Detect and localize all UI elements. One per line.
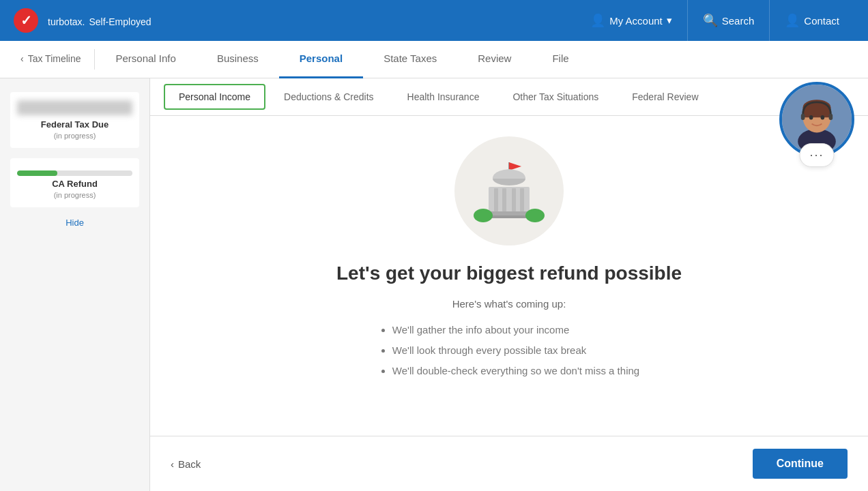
sub-tab-personal-income[interactable]: Personal Income [164, 84, 265, 110]
federal-tax-amount-blurred [17, 100, 132, 115]
search-icon: 🔍 [703, 13, 718, 28]
top-navigation: ✓ turbotax.Self-Employed 👤 My Account ▾ … [0, 0, 868, 41]
main-content: Let's get your biggest refund possible H… [150, 116, 868, 436]
my-account-button[interactable]: 👤 My Account ▾ [575, 0, 687, 41]
brand-name: turbotax.Self-Employed [44, 12, 151, 29]
contact-icon: 👤 [785, 13, 800, 28]
federal-tax-status: (in progress) [17, 132, 132, 140]
svg-rect-5 [502, 188, 506, 211]
section-nav-file[interactable]: File [532, 41, 589, 78]
section-nav-personal-info[interactable]: Personal Info [95, 41, 196, 78]
svg-rect-4 [494, 188, 498, 211]
ca-refund-card: CA Refund (in progress) [10, 158, 139, 207]
sub-tab-deductions-credits[interactable]: Deductions & Credits [269, 78, 389, 116]
section-nav-state-taxes[interactable]: State Taxes [363, 41, 457, 78]
continue-button[interactable]: Continue [753, 449, 848, 479]
svg-rect-16 [803, 107, 831, 117]
svg-rect-7 [520, 188, 524, 211]
building-illustration [454, 136, 564, 246]
ca-refund-progress-bar [17, 170, 57, 176]
chevron-left-icon: ‹ [20, 53, 24, 64]
svg-rect-8 [486, 211, 532, 215]
svg-rect-20 [829, 114, 833, 120]
search-button[interactable]: 🔍 Search [687, 0, 770, 41]
user-icon: 👤 [590, 13, 605, 28]
chevron-down-icon: ▾ [667, 14, 672, 27]
svg-point-10 [474, 209, 493, 222]
federal-tax-card: Federal Tax Due (in progress) [10, 92, 139, 148]
nav-right: 👤 My Account ▾ 🔍 Search 👤 Contact [575, 0, 854, 41]
bullet-list: We'll gather the info about your income … [379, 320, 639, 381]
svg-rect-6 [512, 188, 516, 211]
svg-point-17 [809, 115, 813, 119]
federal-tax-label: Federal Tax Due [17, 119, 132, 130]
chevron-left-icon: ‹ [171, 458, 174, 470]
building-svg [468, 150, 550, 232]
advisor-more-button[interactable]: ··· [799, 143, 834, 167]
svg-marker-1 [509, 162, 521, 170]
svg-point-18 [821, 115, 825, 119]
svg-point-11 [525, 209, 545, 222]
contact-button[interactable]: 👤 Contact [769, 0, 854, 41]
bullet-2: We'll look through every possible tax br… [392, 340, 639, 361]
section-navigation: ‹ Tax Timeline Personal Info Business Pe… [0, 41, 868, 78]
tax-timeline-back[interactable]: ‹ Tax Timeline [7, 41, 94, 78]
sub-tabs: Personal Income Deductions & Credits Hea… [150, 78, 868, 116]
ca-refund-status: (in progress) [17, 191, 132, 199]
main-headline: Let's get your biggest refund possible [336, 263, 682, 284]
advisor-bubble: ··· [779, 82, 854, 157]
main-layout: Federal Tax Due (in progress) CA Refund … [0, 78, 868, 491]
hide-link[interactable]: Hide [66, 218, 84, 228]
back-button[interactable]: ‹ Back [171, 458, 201, 470]
bullet-3: We'll double-check everything so we don'… [392, 361, 639, 381]
section-nav-review[interactable]: Review [457, 41, 532, 78]
bullet-1: We'll gather the info about your income [392, 320, 639, 340]
svg-rect-19 [801, 114, 805, 120]
ca-refund-label: CA Refund [17, 179, 132, 189]
logo-checkmark: ✓ [14, 8, 38, 33]
sub-tab-health-insurance[interactable]: Health Insurance [392, 78, 495, 116]
content-area: Personal Income Deductions & Credits Hea… [150, 78, 868, 491]
sidebar: Federal Tax Due (in progress) CA Refund … [0, 78, 150, 491]
sub-tab-other-tax-situations[interactable]: Other Tax Situations [497, 78, 613, 116]
section-nav-business[interactable]: Business [197, 41, 279, 78]
logo-area: ✓ turbotax.Self-Employed [14, 8, 151, 33]
content-footer: ‹ Back Continue [150, 436, 868, 491]
sub-tab-federal-review[interactable]: Federal Review [617, 78, 713, 116]
main-subheadline: Here's what's coming up: [452, 298, 566, 310]
section-nav-personal[interactable]: Personal [279, 41, 363, 78]
ca-refund-progress-bar-container [17, 170, 132, 176]
